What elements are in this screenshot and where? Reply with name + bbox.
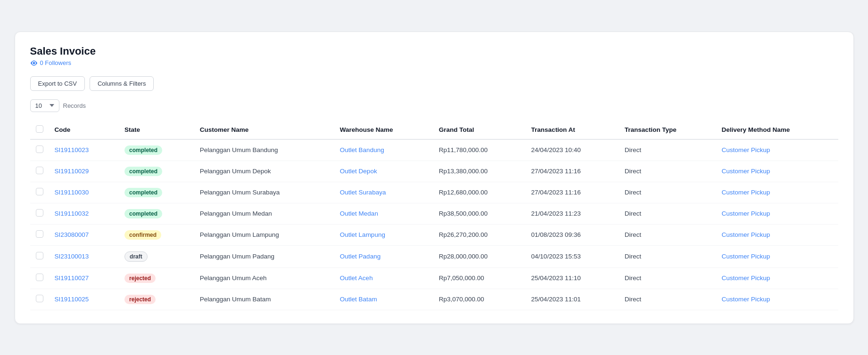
row-state: rejected bbox=[119, 289, 194, 310]
row-state: completed bbox=[119, 139, 194, 161]
state-badge: rejected bbox=[124, 295, 156, 304]
columns-filters-button[interactable]: Columns & Filters bbox=[90, 76, 154, 91]
row-checkbox[interactable] bbox=[36, 188, 43, 195]
row-transaction-at: 25/04/2023 11:01 bbox=[526, 289, 619, 310]
records-per-page-select[interactable]: 10 25 50 100 bbox=[30, 99, 59, 112]
row-checkbox[interactable] bbox=[36, 274, 43, 281]
code-link[interactable]: SI19110029 bbox=[55, 168, 89, 175]
table-row: SI19110023 completed Pelanggan Umum Band… bbox=[30, 139, 838, 161]
col-header-grand-total: Grand Total bbox=[433, 121, 526, 139]
records-row: 10 25 50 100 Records bbox=[30, 99, 838, 112]
warehouse-link[interactable]: Outlet Lampung bbox=[340, 231, 385, 238]
row-checkbox[interactable] bbox=[36, 230, 43, 238]
row-checkbox-cell bbox=[30, 203, 49, 224]
warehouse-link[interactable]: Outlet Bandung bbox=[340, 146, 384, 153]
code-link[interactable]: SI19110032 bbox=[55, 210, 89, 217]
row-state: completed bbox=[119, 203, 194, 224]
table-row: SI23080007 confirmed Pelanggan Umum Lamp… bbox=[30, 224, 838, 245]
table-row: SI19110027 rejected Pelanggan Umum Aceh … bbox=[30, 267, 838, 289]
row-checkbox[interactable] bbox=[36, 145, 43, 153]
row-warehouse-name: Outlet Bandung bbox=[334, 139, 433, 161]
warehouse-link[interactable]: Outlet Aceh bbox=[340, 274, 373, 282]
delivery-method-link[interactable]: Customer Pickup bbox=[721, 189, 770, 196]
code-link[interactable]: SI19110027 bbox=[55, 274, 89, 282]
row-grand-total: Rp13,380,000.00 bbox=[433, 161, 526, 182]
row-checkbox-cell bbox=[30, 224, 49, 245]
row-state: rejected bbox=[119, 267, 194, 289]
row-checkbox[interactable] bbox=[36, 209, 43, 217]
warehouse-link[interactable]: Outlet Medan bbox=[340, 210, 378, 217]
row-grand-total: Rp28,000,000.00 bbox=[433, 245, 526, 267]
row-checkbox[interactable] bbox=[36, 295, 43, 302]
header-checkbox[interactable] bbox=[36, 125, 43, 133]
row-customer-name: Pelanggan Umum Bandung bbox=[194, 139, 334, 161]
row-code: SI19110032 bbox=[49, 203, 119, 224]
row-warehouse-name: Outlet Aceh bbox=[334, 267, 433, 289]
row-transaction-type: Direct bbox=[619, 289, 716, 310]
row-transaction-at: 27/04/2023 11:16 bbox=[526, 161, 619, 182]
warehouse-link[interactable]: Outlet Padang bbox=[340, 253, 380, 260]
row-checkbox-cell bbox=[30, 161, 49, 182]
delivery-method-link[interactable]: Customer Pickup bbox=[721, 253, 770, 260]
delivery-method-link[interactable]: Customer Pickup bbox=[721, 168, 770, 175]
row-customer-name: Pelanggan Umum Depok bbox=[194, 161, 334, 182]
row-code: SI19110023 bbox=[49, 139, 119, 161]
row-delivery-method: Customer Pickup bbox=[716, 245, 838, 267]
table-header: Code State Customer Name Warehouse Name … bbox=[30, 121, 838, 139]
table-row: SI19110030 completed Pelanggan Umum Sura… bbox=[30, 182, 838, 203]
followers-link[interactable]: 0 Followers bbox=[30, 59, 838, 67]
row-transaction-type: Direct bbox=[619, 224, 716, 245]
code-link[interactable]: SI19110025 bbox=[55, 296, 89, 303]
row-transaction-at: 25/04/2023 11:10 bbox=[526, 267, 619, 289]
col-header-transaction-type: Transaction Type bbox=[619, 121, 716, 139]
row-grand-total: Rp11,780,000.00 bbox=[433, 139, 526, 161]
delivery-method-link[interactable]: Customer Pickup bbox=[721, 296, 770, 303]
col-header-delivery-method: Delivery Method Name bbox=[716, 121, 838, 139]
followers-count: 0 Followers bbox=[40, 59, 71, 66]
row-customer-name: Pelanggan Umum Medan bbox=[194, 203, 334, 224]
col-header-checkbox bbox=[30, 121, 49, 139]
row-checkbox-cell bbox=[30, 267, 49, 289]
row-customer-name: Pelanggan Umum Aceh bbox=[194, 267, 334, 289]
row-state: completed bbox=[119, 182, 194, 203]
records-label: Records bbox=[63, 102, 86, 109]
code-link[interactable]: SI19110023 bbox=[55, 146, 89, 153]
row-transaction-at: 04/10/2023 15:53 bbox=[526, 245, 619, 267]
code-link[interactable]: SI23100013 bbox=[55, 253, 89, 260]
delivery-method-link[interactable]: Customer Pickup bbox=[721, 146, 770, 153]
row-grand-total: Rp12,680,000.00 bbox=[433, 182, 526, 203]
row-customer-name: Pelanggan Umum Surabaya bbox=[194, 182, 334, 203]
code-link[interactable]: SI19110030 bbox=[55, 189, 89, 196]
row-delivery-method: Customer Pickup bbox=[716, 289, 838, 310]
delivery-method-link[interactable]: Customer Pickup bbox=[721, 274, 770, 282]
state-badge: completed bbox=[124, 209, 162, 218]
row-transaction-type: Direct bbox=[619, 245, 716, 267]
row-transaction-type: Direct bbox=[619, 267, 716, 289]
export-csv-button[interactable]: Export to CSV bbox=[30, 76, 85, 91]
state-badge: completed bbox=[124, 167, 162, 176]
row-customer-name: Pelanggan Umum Lampung bbox=[194, 224, 334, 245]
warehouse-link[interactable]: Outlet Batam bbox=[340, 296, 377, 303]
row-transaction-at: 01/08/2023 09:36 bbox=[526, 224, 619, 245]
col-header-warehouse-name: Warehouse Name bbox=[334, 121, 433, 139]
row-transaction-type: Direct bbox=[619, 139, 716, 161]
delivery-method-link[interactable]: Customer Pickup bbox=[721, 231, 770, 238]
row-code: SI19110029 bbox=[49, 161, 119, 182]
state-badge: rejected bbox=[124, 274, 156, 283]
row-delivery-method: Customer Pickup bbox=[716, 267, 838, 289]
row-checkbox[interactable] bbox=[36, 167, 43, 174]
page-title: Sales Invoice bbox=[30, 45, 838, 57]
state-badge: completed bbox=[124, 145, 162, 155]
warehouse-link[interactable]: Outlet Surabaya bbox=[340, 189, 386, 196]
row-transaction-type: Direct bbox=[619, 161, 716, 182]
row-warehouse-name: Outlet Batam bbox=[334, 289, 433, 310]
row-code: SI19110025 bbox=[49, 289, 119, 310]
code-link[interactable]: SI23080007 bbox=[55, 231, 89, 238]
table-row: SI19110032 completed Pelanggan Umum Meda… bbox=[30, 203, 838, 224]
delivery-method-link[interactable]: Customer Pickup bbox=[721, 210, 770, 217]
row-checkbox[interactable] bbox=[36, 252, 43, 259]
warehouse-link[interactable]: Outlet Depok bbox=[340, 168, 377, 175]
row-warehouse-name: Outlet Surabaya bbox=[334, 182, 433, 203]
row-code: SI23100013 bbox=[49, 245, 119, 267]
row-state: completed bbox=[119, 161, 194, 182]
